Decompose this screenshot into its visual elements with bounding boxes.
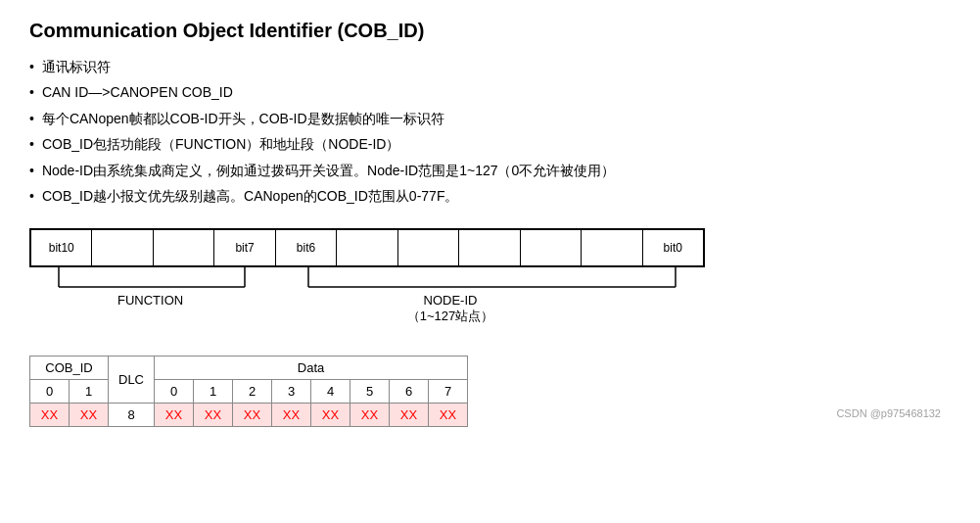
- bullet-item-5: Node-ID由系统集成商定义，例如通过拨码开关设置。Node-ID范围是1~1…: [29, 160, 951, 181]
- data-cell-xx8: XX: [350, 404, 390, 427]
- table-header-row1: COB_ID DLC Data: [30, 357, 468, 380]
- svg-text:NODE-ID: NODE-ID: [424, 293, 478, 308]
- data-cell-xx4: XX: [194, 404, 233, 427]
- data-cell-8: 8: [109, 404, 155, 427]
- bullet-item-4: COB_ID包括功能段（FUNCTION）和地址段（NODE-ID）: [29, 133, 951, 155]
- bit-cell-empty2: [154, 230, 214, 265]
- bit-cell-empty4: [398, 230, 459, 265]
- data-cell-xx1: XX: [30, 404, 70, 427]
- data-sub7: 7: [429, 380, 468, 404]
- watermark: CSDN @p975468132: [836, 407, 941, 419]
- bit-cell-empty3: [337, 230, 397, 265]
- svg-text:FUNCTION: FUNCTION: [117, 293, 183, 308]
- bullet-item-1: 通讯标识符: [29, 56, 951, 77]
- bit-cell-empty5: [459, 230, 520, 265]
- bit-cell-empty6: [521, 230, 582, 265]
- table-sub-header-row: 0 1 0 1 2 3 4 5 6 7: [30, 380, 468, 404]
- table-data-row: XX XX 8 XX XX XX XX XX XX XX XX: [30, 404, 468, 427]
- data-cell-xx5: XX: [233, 404, 272, 427]
- data-sub0: 0: [155, 380, 194, 404]
- bullet-item-6: COB_ID越小报文优先级别越高。CANopen的COB_ID范围从0-77F。: [29, 185, 951, 207]
- bit-diagram: bit10 bit7 bit6 bit0 FUNCTION NODE-ID （1…: [29, 228, 715, 346]
- bit-cell-empty7: [582, 230, 642, 265]
- data-sub3: 3: [272, 380, 311, 404]
- bit-box-row: bit10 bit7 bit6 bit0: [29, 228, 705, 267]
- bit-cell-empty1: [92, 230, 153, 265]
- data-cell-xx9: XX: [390, 404, 429, 427]
- cobid-header: COB_ID: [30, 357, 109, 380]
- page-title: Communication Object Identifier (COB_ID): [29, 20, 951, 42]
- bit-cell-bit10: bit10: [31, 230, 92, 265]
- bit-cell-bit0: bit0: [643, 230, 703, 265]
- data-sub6: 6: [390, 380, 429, 404]
- data-sub5: 5: [350, 380, 390, 404]
- cob-table: COB_ID DLC Data 0 1 0 1 2 3 4 5 6 7 XX X…: [29, 356, 468, 427]
- cobid-sub1: 1: [70, 380, 109, 404]
- bullet-item-2: CAN ID—>CANOPEN COB_ID: [29, 81, 951, 103]
- data-sub1: 1: [194, 380, 233, 404]
- data-cell-xx7: XX: [311, 404, 350, 427]
- data-table-container: COB_ID DLC Data 0 1 0 1 2 3 4 5 6 7 XX X…: [29, 356, 951, 427]
- data-cell-xx2: XX: [70, 404, 109, 427]
- data-sub2: 2: [233, 380, 272, 404]
- dlc-header: DLC: [109, 357, 155, 404]
- svg-text:（1~127站点）: （1~127站点）: [407, 309, 494, 323]
- data-cell-xx6: XX: [272, 404, 311, 427]
- data-sub4: 4: [311, 380, 350, 404]
- data-cell-xx10: XX: [429, 404, 468, 427]
- cobid-sub0: 0: [30, 380, 70, 404]
- bullet-item-3: 每个CANopen帧都以COB-ID开头，COB-ID是数据帧的唯一标识符: [29, 108, 951, 129]
- bit-cell-bit7: bit7: [214, 230, 275, 265]
- bit-cell-bit6: bit6: [276, 230, 337, 265]
- data-cell-xx3: XX: [155, 404, 194, 427]
- annotation-svg: FUNCTION NODE-ID （1~127站点）: [29, 267, 705, 346]
- bullet-list: 通讯标识符 CAN ID—>CANOPEN COB_ID 每个CANopen帧都…: [29, 56, 951, 207]
- data-header: Data: [155, 357, 468, 380]
